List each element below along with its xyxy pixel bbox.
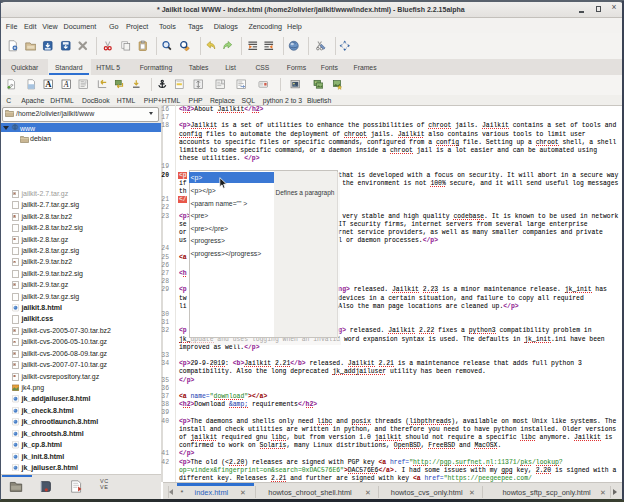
svg-text:A: A	[63, 80, 69, 89]
svg-text:A: A	[45, 79, 52, 89]
